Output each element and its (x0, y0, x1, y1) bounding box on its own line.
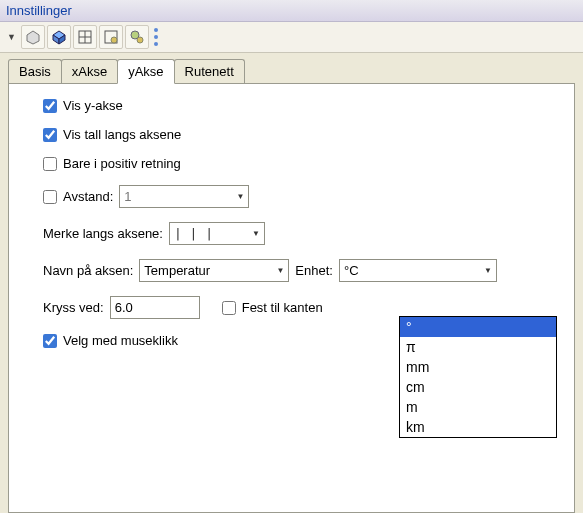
unit-label: Enhet: (295, 263, 333, 278)
chevron-down-icon: ▼ (248, 229, 260, 238)
unit-option-mm[interactable]: mm (400, 357, 556, 377)
ticks-preview: | | | (174, 226, 213, 241)
axis-name-value: Temperatur (144, 263, 210, 278)
snap-edge-label: Fest til kanten (242, 300, 323, 315)
distance-value: 1 (124, 189, 131, 204)
snap-edge-checkbox[interactable] (222, 301, 236, 315)
positive-only-label: Bare i positiv retning (63, 156, 181, 171)
unit-combo[interactable]: °C ▼ (339, 259, 497, 282)
shape-3d-icon[interactable] (47, 25, 71, 49)
axis-name-label: Navn på aksen: (43, 263, 133, 278)
distance-label: Avstand: (63, 189, 113, 204)
tab-basis[interactable]: Basis (8, 59, 62, 84)
show-numbers-label: Vis tall langs aksene (63, 127, 181, 142)
tab-rutenett[interactable]: Rutenett (174, 59, 245, 84)
svg-point-8 (111, 37, 117, 43)
svg-marker-0 (27, 31, 39, 44)
ticks-label: Merke langs aksene: (43, 226, 163, 241)
axis-name-combo[interactable]: Temperatur ▼ (139, 259, 289, 282)
tab-yakse[interactable]: yAkse (117, 59, 174, 84)
unit-value: °C (344, 263, 359, 278)
cross-at-input[interactable] (110, 296, 200, 319)
cross-at-label: Kryss ved: (43, 300, 104, 315)
grid-gear-icon[interactable] (99, 25, 123, 49)
toolbar-expand-icon[interactable]: ▼ (4, 32, 19, 42)
mouse-select-label: Velg med museklikk (63, 333, 178, 348)
window-title: Innstillinger (6, 3, 72, 18)
distance-combo[interactable]: 1 ▼ (119, 185, 249, 208)
mouse-select-checkbox[interactable] (43, 334, 57, 348)
shape-icon[interactable] (21, 25, 45, 49)
unit-dropdown[interactable]: ° π mm cm m km (399, 316, 557, 438)
grid-icon[interactable] (73, 25, 97, 49)
chevron-down-icon: ▼ (272, 266, 284, 275)
gears-icon[interactable] (125, 25, 149, 49)
svg-point-10 (137, 37, 143, 43)
show-yaxis-label: Vis y-akse (63, 98, 123, 113)
show-numbers-checkbox[interactable] (43, 128, 57, 142)
yakse-panel: Vis y-akse Vis tall langs aksene Bare i … (8, 83, 575, 513)
distance-checkbox[interactable] (43, 190, 57, 204)
unit-option-pi[interactable]: π (400, 337, 556, 357)
unit-option-cm[interactable]: cm (400, 377, 556, 397)
toolbar: ▼ (0, 22, 583, 53)
unit-option-km[interactable]: km (400, 417, 556, 437)
chevron-down-icon: ▼ (480, 266, 492, 275)
unit-option-degree[interactable]: ° (400, 317, 556, 337)
tab-bar: Basis xAkse yAkse Rutenett (0, 53, 583, 84)
unit-option-m[interactable]: m (400, 397, 556, 417)
window-titlebar: Innstillinger (0, 0, 583, 22)
chevron-down-icon: ▼ (232, 192, 244, 201)
ticks-combo[interactable]: | | | ▼ (169, 222, 265, 245)
toolbar-overflow-icon[interactable] (154, 28, 158, 46)
show-yaxis-checkbox[interactable] (43, 99, 57, 113)
tab-xakse[interactable]: xAkse (61, 59, 118, 84)
positive-only-checkbox[interactable] (43, 157, 57, 171)
